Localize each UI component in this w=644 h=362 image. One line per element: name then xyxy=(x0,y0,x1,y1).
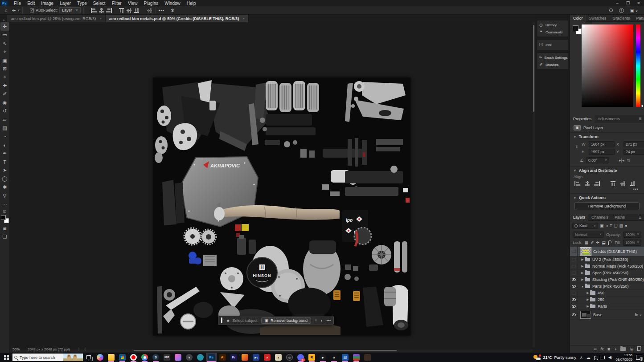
lasso-tool[interactable]: ∿ xyxy=(0,39,9,48)
taskbar-icon-illustrator[interactable]: Ai xyxy=(217,353,228,362)
expand-chevron-icon[interactable]: ▶ xyxy=(580,258,585,261)
dock-history[interactable]: ◷History xyxy=(537,21,568,28)
taskbar-icon-obs-studio[interactable]: ◎ xyxy=(284,353,295,362)
x-field[interactable]: 271 px xyxy=(623,141,644,147)
properties-tab-properties[interactable]: Properties xyxy=(570,115,595,122)
align-center-h-icon[interactable] xyxy=(584,181,590,186)
healing-brush-tool[interactable]: ✚ xyxy=(0,81,9,90)
link-dimensions-icon[interactable]: ∞ xyxy=(574,145,579,151)
new-layer-icon[interactable]: ⊞ xyxy=(630,347,633,351)
close-button[interactable]: ✕ xyxy=(633,1,644,5)
visibility-toggle-empty[interactable] xyxy=(572,265,576,268)
lock-pixels-icon[interactable]: ✐ xyxy=(591,240,594,245)
expand-chevron-icon[interactable]: ▶ xyxy=(586,305,590,308)
lock-artboard-icon[interactable]: ⬓ xyxy=(602,240,606,245)
taskbar-icon-mx-bikes[interactable]: ▶| xyxy=(250,353,262,362)
taskbar-drag-handle[interactable] xyxy=(221,317,222,323)
menu-edit[interactable]: Edit xyxy=(24,1,38,6)
visibility-toggle-empty[interactable] xyxy=(572,272,576,275)
status-arrows[interactable]: 〉 〈 xyxy=(78,347,86,352)
hue-slider[interactable] xyxy=(636,24,640,107)
align-middle-icon[interactable] xyxy=(127,8,132,13)
restore-button[interactable]: ❐ xyxy=(623,1,633,5)
taskbar-icon-rust[interactable] xyxy=(362,353,373,362)
align-left-icon[interactable] xyxy=(91,8,97,13)
transform-header[interactable]: ∨Transform xyxy=(574,134,640,139)
search-icon[interactable] xyxy=(609,8,613,12)
align-right-icon[interactable] xyxy=(594,181,600,186)
home-icon[interactable]: ⌂ xyxy=(4,8,8,13)
help-icon[interactable]: ? xyxy=(619,8,624,13)
layer-row[interactable]: Credits (DISABLE THIS) xyxy=(570,247,644,256)
taskbar-icon-game-orange[interactable] xyxy=(239,353,250,362)
path-selection-tool[interactable]: ➤ xyxy=(0,166,9,175)
layer-name[interactable]: Credits (DISABLE THIS) xyxy=(593,249,637,254)
layer-name[interactable]: Normal Maps (Pick 450/250) xyxy=(592,264,643,268)
tray-chevron-icon[interactable]: ∧ xyxy=(580,355,583,360)
color-tab-swatches[interactable]: Swatches xyxy=(586,15,610,22)
layer-row[interactable]: ▶Shading (Pick ONE 450/250) xyxy=(570,277,644,283)
shape-tool[interactable]: ◯ xyxy=(0,175,9,183)
taskbar-icon-premiere[interactable]: Pr xyxy=(228,353,239,362)
document-tab-inactive[interactable]: aeo redbud ktm.psd @ 25% (swingarm, RGB/… xyxy=(7,15,105,22)
hand-tool[interactable]: ✱ xyxy=(0,183,9,191)
taskbar-icon-chrome[interactable] xyxy=(139,353,150,362)
onedrive-icon[interactable]: ☁ xyxy=(587,355,591,360)
task-view-button[interactable] xyxy=(83,355,94,359)
layers-tab-layers[interactable]: Layers xyxy=(570,214,588,221)
layer-row[interactable]: ▼Parts (Pick 450/250) xyxy=(570,283,644,290)
hue-slider-marker[interactable] xyxy=(641,105,643,107)
dock-comments[interactable]: ❝Comments xyxy=(537,28,568,36)
layer-row[interactable]: ▶250 xyxy=(570,297,644,303)
transform-icon[interactable]: ⌗ xyxy=(315,318,317,323)
history-brush-tool[interactable]: ↺ xyxy=(0,107,9,115)
blur-tool[interactable]: ◔ xyxy=(0,132,9,141)
panel-menu-icon[interactable]: ≣ xyxy=(638,117,642,121)
canvas-pasteboard[interactable]: AKRAPOVIC H HINSON xyxy=(10,22,533,353)
vertical-scrollbar[interactable] xyxy=(533,22,535,347)
taskbar-icon-steam[interactable]: S xyxy=(150,353,161,362)
taskbar-icon-media-player[interactable]: ▶ xyxy=(317,353,328,362)
notifications-icon[interactable]: 5 xyxy=(636,355,642,360)
layer-row[interactable]: Basefx ∨ xyxy=(570,310,644,320)
crop-tool[interactable]: ▣ xyxy=(0,56,9,65)
layer-name[interactable]: Parts xyxy=(598,304,607,309)
layer-row[interactable]: ▶450 xyxy=(570,290,644,297)
filter-toggle-icon[interactable]: ● xyxy=(625,224,627,228)
taskbar-icon-voicemod[interactable]: ∨ xyxy=(184,353,195,362)
taskbar-icon-winrar[interactable] xyxy=(351,353,362,362)
align-middle-icon[interactable] xyxy=(620,181,626,186)
foreground-color[interactable] xyxy=(1,215,6,220)
expand-chevron-icon[interactable]: ▶ xyxy=(586,298,590,301)
visibility-eye-icon[interactable] xyxy=(572,298,576,301)
more-icon[interactable]: ••• xyxy=(327,318,331,323)
menu-help[interactable]: Help xyxy=(184,1,199,6)
link-layers-icon[interactable]: ∞ xyxy=(594,347,596,351)
align-header[interactable]: ∨Align and Distribute xyxy=(574,168,640,173)
tab-overflow-icon[interactable]: » xyxy=(0,18,7,22)
object-selection-tool[interactable]: ⌖ xyxy=(0,48,9,56)
rotation-field[interactable]: 0.00°∨ xyxy=(586,157,609,163)
move-tool[interactable]: ✛ xyxy=(0,22,9,31)
layer-name[interactable]: Parts (Pick 450/250) xyxy=(592,284,629,289)
dock-info[interactable]: ⓘInfo xyxy=(537,41,568,49)
opacity-field[interactable]: 100%∨ xyxy=(623,232,641,238)
auto-select-target-dropdown[interactable]: Layer∨ xyxy=(59,7,81,13)
quick-mask-icon[interactable]: ◙ xyxy=(0,224,9,232)
menu-type[interactable]: Type xyxy=(74,1,90,6)
expand-chevron-icon[interactable]: ▶ xyxy=(580,278,585,281)
start-button[interactable] xyxy=(0,353,12,362)
more-options-icon[interactable]: ••• xyxy=(159,8,165,13)
layer-name[interactable]: Spec (Pick 450/250) xyxy=(592,271,628,275)
visibility-eye-icon[interactable] xyxy=(572,305,576,308)
remove-background-quick-action[interactable]: Remove Background xyxy=(574,202,640,210)
eyedropper-tool[interactable]: ✧ xyxy=(0,73,9,81)
adjustment-layer-icon[interactable]: ◑ xyxy=(614,347,616,351)
taskbar-icon-milestone-game[interactable]: // xyxy=(262,353,273,362)
taskbar-icon-copilot[interactable] xyxy=(94,353,106,362)
close-tab-icon[interactable]: × xyxy=(242,16,245,20)
menu-window[interactable]: Window xyxy=(161,1,184,6)
expand-chevron-icon[interactable]: ▼ xyxy=(580,285,585,288)
flip-vertical-icon[interactable]: ⇅ xyxy=(627,158,630,163)
workspace-gear-icon[interactable]: ✻ xyxy=(171,8,174,13)
